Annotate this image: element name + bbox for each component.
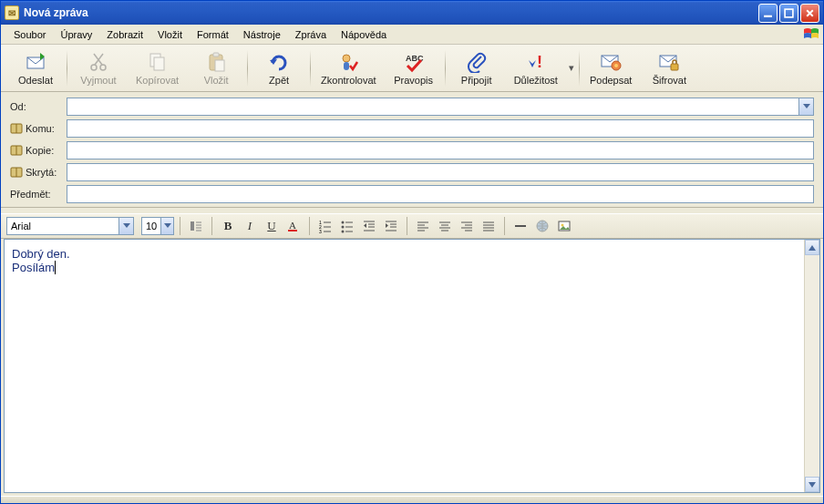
svg-rect-11: [344, 62, 349, 70]
format-separator: [407, 217, 407, 235]
chevron-down-icon[interactable]: [118, 218, 133, 234]
format-separator: [180, 217, 180, 235]
font-size-combo[interactable]: 10: [141, 217, 174, 235]
menu-view[interactable]: Zobrazit: [99, 27, 150, 42]
svg-rect-6: [154, 57, 164, 70]
attach-button[interactable]: Připojit: [448, 46, 506, 90]
subject-input[interactable]: [67, 185, 814, 203]
svg-point-4: [100, 65, 106, 70]
svg-rect-0: [764, 15, 772, 16]
status-bar: [1, 496, 823, 503]
svg-rect-18: [671, 64, 678, 70]
paste-button[interactable]: Vložit: [187, 46, 245, 90]
bcc-label[interactable]: Skrytá:: [10, 167, 61, 178]
to-label[interactable]: Komu:: [10, 123, 61, 134]
svg-text:3: 3: [319, 229, 322, 233]
font-color-button[interactable]: A: [283, 216, 304, 236]
check-button[interactable]: Zkontrolovat: [313, 46, 385, 90]
undo-button[interactable]: Zpět: [250, 46, 308, 90]
message-body[interactable]: Dobrý den. Posílám: [5, 240, 804, 492]
align-right-button[interactable]: [457, 216, 477, 236]
toolbar-separator: [247, 50, 248, 87]
subject-label: Předmět:: [10, 189, 61, 200]
toolbar: Odeslat Vyjmout Kopírovat Vložit Zpět Zk…: [1, 45, 823, 92]
encrypt-icon: [658, 51, 680, 73]
underline-button[interactable]: U: [262, 216, 282, 236]
addressbook-icon: [10, 167, 23, 178]
font-name-combo[interactable]: Arial: [6, 217, 134, 235]
app-icon: [5, 5, 19, 20]
title-bar: Nová zpráva: [1, 1, 823, 25]
svg-rect-31: [288, 230, 297, 231]
check-icon: [337, 51, 359, 73]
menu-tools[interactable]: Nástroje: [236, 27, 288, 42]
message-body-container: Dobrý den. Posílám: [4, 239, 820, 493]
indent-button[interactable]: [381, 216, 401, 236]
svg-point-10: [343, 55, 350, 62]
priority-button[interactable]: ! Důležitost: [506, 46, 566, 90]
addressbook-icon: [10, 145, 23, 156]
horizontal-rule-button[interactable]: [510, 216, 530, 236]
menu-bar: Soubor Úpravy Zobrazit Vložit Formát Nás…: [1, 25, 823, 45]
cc-input[interactable]: [67, 141, 814, 159]
vertical-scrollbar[interactable]: [804, 240, 819, 492]
priority-dropdown[interactable]: ▾: [566, 62, 577, 74]
align-center-button[interactable]: [435, 216, 455, 236]
svg-point-40: [342, 231, 345, 233]
menu-help[interactable]: Nápověda: [334, 27, 394, 42]
svg-rect-1: [785, 9, 793, 17]
body-line: Posílám: [12, 261, 797, 274]
format-separator: [309, 217, 310, 235]
from-label: Od:: [10, 101, 61, 112]
menu-insert[interactable]: Vložit: [150, 27, 190, 42]
menu-file[interactable]: Soubor: [6, 27, 53, 42]
window-title: Nová zpráva: [24, 6, 758, 19]
body-line: Dobrý den.: [12, 247, 797, 261]
italic-button[interactable]: I: [240, 216, 260, 236]
send-button[interactable]: Odeslat: [6, 46, 65, 90]
copy-icon: [147, 51, 169, 73]
scroll-up-button[interactable]: [805, 240, 819, 255]
close-button[interactable]: [800, 4, 819, 23]
format-separator: [504, 217, 505, 235]
copy-button[interactable]: Kopírovat: [128, 46, 187, 90]
svg-point-16: [614, 64, 618, 67]
format-separator: [211, 217, 212, 235]
sign-button[interactable]: Podepsat: [582, 46, 640, 90]
cc-label[interactable]: Kopie:: [10, 145, 61, 156]
toolbar-separator: [579, 50, 580, 87]
chevron-down-icon[interactable]: [160, 218, 173, 234]
menu-message[interactable]: Zpráva: [288, 27, 334, 42]
align-left-button[interactable]: [413, 216, 433, 236]
encrypt-button[interactable]: Šifrovat: [640, 46, 698, 90]
spelling-button[interactable]: ABC Pravopis: [385, 46, 443, 90]
addressbook-icon: [10, 123, 23, 134]
menu-format[interactable]: Formát: [190, 27, 236, 42]
from-dropdown[interactable]: [798, 98, 814, 116]
spelling-icon: ABC: [403, 51, 425, 73]
outdent-button[interactable]: [359, 216, 379, 236]
minimize-button[interactable]: [758, 4, 778, 23]
scroll-down-button[interactable]: [805, 477, 819, 492]
paragraph-style-button[interactable]: [186, 216, 206, 236]
toolbar-separator: [310, 50, 311, 87]
maximize-button[interactable]: [779, 4, 798, 23]
toolbar-separator: [445, 50, 446, 87]
bcc-input[interactable]: [67, 163, 814, 181]
insert-picture-button[interactable]: [554, 216, 574, 236]
bullet-list-button[interactable]: [337, 216, 357, 236]
svg-text:A: A: [289, 220, 296, 231]
format-toolbar: Arial 10 B I U A 123: [1, 213, 823, 239]
undo-icon: [268, 51, 290, 73]
align-justify-button[interactable]: [479, 216, 499, 236]
numbered-list-button[interactable]: 123: [315, 216, 335, 236]
cut-button[interactable]: Vyjmout: [69, 46, 128, 90]
bold-button[interactable]: B: [218, 216, 238, 236]
sign-icon: [600, 51, 622, 73]
from-input[interactable]: [67, 98, 798, 116]
svg-rect-9: [215, 60, 224, 71]
svg-rect-8: [213, 53, 219, 57]
menu-edit[interactable]: Úpravy: [53, 27, 99, 42]
hyperlink-button[interactable]: [532, 216, 552, 236]
to-input[interactable]: [67, 119, 814, 138]
